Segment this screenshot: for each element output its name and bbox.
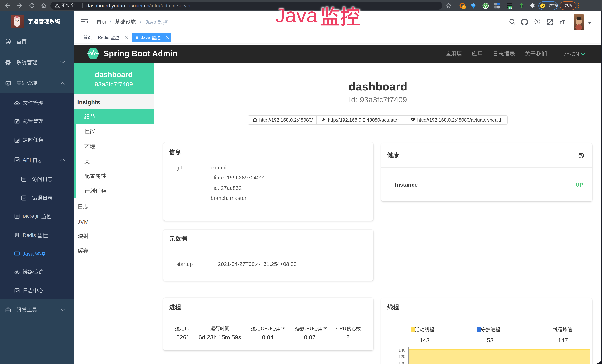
svg-text:1: 1 bbox=[463, 5, 465, 9]
svg-text:on: on bbox=[509, 7, 512, 9]
